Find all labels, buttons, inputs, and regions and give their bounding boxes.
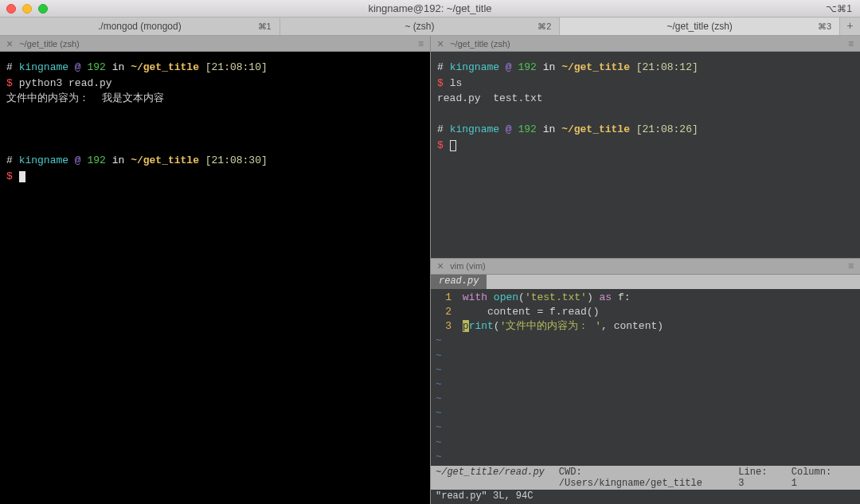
status-col: Column: 1: [792, 467, 841, 489]
vim-tilde: ~: [436, 392, 855, 406]
vim-tilde: ~: [436, 450, 855, 464]
vim-tilde: ~: [436, 363, 855, 377]
close-icon[interactable]: ×: [437, 260, 444, 272]
pane-title: vim (vim): [450, 261, 486, 271]
vim-cmdline: "read.py" 3L, 94C: [431, 490, 860, 504]
status-line: Line: 3: [738, 467, 776, 489]
close-icon[interactable]: ×: [437, 38, 444, 49]
pane-title: ~/get_title (zsh): [19, 39, 80, 49]
vim-tilde: ~: [436, 420, 855, 435]
code-line-3: 3 print('文件中的内容为： ', content): [436, 319, 855, 334]
workspace: × ~/get_title (zsh) ≡ # kingname @ 192 i…: [0, 36, 860, 504]
prompt-line: # kingname @ 192 in ~/get_title [21:08:1…: [437, 60, 854, 76]
menu-icon[interactable]: ≡: [848, 38, 854, 49]
cmd-line: $ python3 read.py: [6, 76, 424, 92]
cmd-line: $: [6, 169, 424, 185]
pane-header-right-top: × ~/get_title (zsh) ≡: [431, 36, 860, 52]
menu-icon[interactable]: ≡: [848, 260, 854, 272]
tab-zsh-home[interactable]: ~ (zsh) ⌘2: [280, 18, 561, 35]
tab-get-title[interactable]: ~/get_title (zsh) ⌘3: [560, 18, 840, 35]
tab-mongod[interactable]: ./mongod (mongod) ⌘1: [0, 18, 280, 35]
tab-shortcut: ⌘1: [258, 21, 272, 32]
menu-icon[interactable]: ≡: [418, 38, 424, 49]
vim-tabbar: read.py: [431, 275, 860, 289]
vim-tilde: ~: [436, 377, 855, 392]
status-path: ~/get_title/read.py: [436, 467, 545, 489]
prompt-line: # kingname @ 192 in ~/get_title [21:08:1…: [6, 60, 424, 76]
tab-label: ~ (zsh): [405, 21, 435, 32]
terminal-right[interactable]: # kingname @ 192 in ~/get_title [21:08:1…: [431, 52, 860, 258]
vim-tab-readpy[interactable]: read.py: [431, 275, 487, 289]
pane-header-left: × ~/get_title (zsh) ≡: [0, 36, 430, 52]
tab-label: ./mongod (mongod): [98, 21, 182, 32]
pane-header-vim: × vim (vim) ≡: [431, 259, 860, 275]
vim-tilde: ~: [436, 436, 855, 450]
output-line: read.py test.txt: [437, 91, 854, 107]
code-line-2: 2 content = f.read(): [436, 305, 855, 319]
tab-shortcut: ⌘2: [538, 21, 551, 32]
vim-tilde: ~: [436, 349, 855, 363]
vim-tilde: ~: [436, 406, 855, 420]
output-line: 文件中的内容为： 我是文本内容: [6, 91, 424, 107]
window-title: kingname@192: ~/get_title: [0, 2, 860, 14]
terminal-left[interactable]: # kingname @ 192 in ~/get_title [21:08:1…: [0, 52, 430, 504]
code-line-1: 1 with open('test.txt') as f:: [436, 291, 855, 305]
cmd-line: $ ls: [437, 76, 854, 92]
cursor: [450, 140, 456, 151]
vim-editor[interactable]: read.py 1 with open('test.txt') as f:2 c…: [431, 275, 860, 504]
tab-shortcut: ⌘3: [818, 21, 831, 32]
new-tab-button[interactable]: +: [840, 18, 860, 35]
vim-tilde: ~: [436, 334, 855, 348]
prompt-line: # kingname @ 192 in ~/get_title [21:08:2…: [437, 122, 854, 138]
cursor: [19, 171, 25, 182]
prompt-line: # kingname @ 192 in ~/get_title [21:08:3…: [6, 153, 424, 169]
vim-statusline: ~/get_title/read.py CWD: /Users/kingname…: [431, 466, 860, 490]
window-titlebar: kingname@192: ~/get_title ⌥⌘1: [0, 0, 860, 18]
tab-label: ~/get_title (zsh): [666, 21, 732, 32]
close-icon[interactable]: ×: [6, 38, 13, 49]
right-top-pane: × ~/get_title (zsh) ≡ # kingname @ 192 i…: [431, 36, 860, 259]
right-pane: × ~/get_title (zsh) ≡ # kingname @ 192 i…: [430, 36, 860, 504]
vim-cursor: p: [463, 320, 469, 332]
left-pane: × ~/get_title (zsh) ≡ # kingname @ 192 i…: [0, 36, 430, 504]
status-cwd: CWD: /Users/kingname/get_title: [559, 467, 725, 489]
cmd-line: $: [437, 138, 854, 154]
tab-bar: ./mongod (mongod) ⌘1 ~ (zsh) ⌘2 ~/get_ti…: [0, 18, 860, 36]
vim-body[interactable]: 1 with open('test.txt') as f:2 content =…: [431, 289, 860, 466]
right-bottom-pane: × vim (vim) ≡ read.py 1 with open('test.…: [431, 259, 860, 504]
pane-title: ~/get_title (zsh): [450, 39, 510, 49]
